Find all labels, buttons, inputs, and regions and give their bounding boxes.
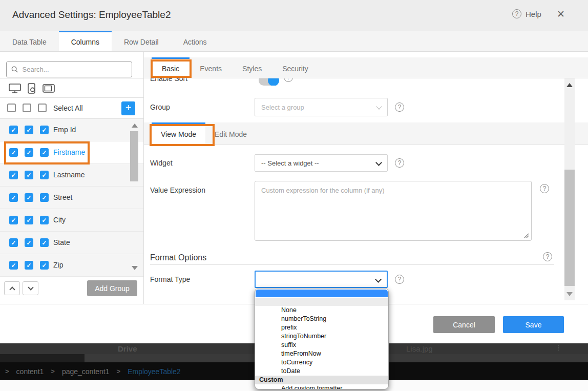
mobile-icon[interactable] <box>26 83 37 94</box>
dropdown-option-suffix[interactable]: suffix <box>255 341 388 349</box>
dropdown-option-todate[interactable]: toDate <box>255 367 388 376</box>
desktop-checkbox[interactable] <box>9 216 18 224</box>
search-input[interactable] <box>23 66 127 73</box>
tab-row-detail[interactable]: Row Detail <box>112 31 171 51</box>
dropdown-option-numbertostring[interactable]: numberToString <box>255 315 388 323</box>
desktop-checkbox[interactable] <box>9 193 18 202</box>
value-expression-label: Value Expression <box>150 186 205 194</box>
desktop-checkbox[interactable] <box>9 126 18 134</box>
dropdown-option-none[interactable]: None <box>255 306 388 315</box>
format-type-label: Format Type <box>150 275 190 283</box>
tablet-checkbox[interactable] <box>40 216 49 224</box>
toggle-knob <box>268 78 279 86</box>
move-column-down-button[interactable] <box>23 281 38 295</box>
cancel-button[interactable]: Cancel <box>433 316 495 333</box>
group-select[interactable]: Select a group <box>255 98 388 116</box>
tablet-checkbox[interactable] <box>40 261 49 270</box>
mobile-checkbox[interactable] <box>25 148 33 157</box>
column-row-zip[interactable]: Zip <box>0 254 143 277</box>
mobile-checkbox[interactable] <box>25 126 33 134</box>
column-row-lastname[interactable]: Lastname <box>0 164 143 187</box>
chevron-down-icon <box>376 104 382 109</box>
format-type-select[interactable] <box>255 271 388 288</box>
column-label: Firstname <box>53 148 85 156</box>
column-row-state[interactable]: State <box>0 232 143 254</box>
column-row-empid[interactable]: Emp Id <box>0 119 143 141</box>
tablet-checkbox[interactable] <box>40 126 49 134</box>
breadcrumb-item-page-content1[interactable]: page_content1 <box>62 367 110 376</box>
column-row-firstname[interactable]: Firstname <box>0 141 143 164</box>
settings-form: Enable Sort Group Select a group View Mo… <box>144 78 588 304</box>
columns-sidebar: Select All Emp Id Firstname Lastname <box>0 52 144 304</box>
tab-columns[interactable]: Columns <box>59 31 112 51</box>
tab-view-mode[interactable]: View Mode <box>152 122 205 145</box>
tab-data-table[interactable]: Data Table <box>0 31 59 51</box>
desktop-checkbox[interactable] <box>9 148 18 157</box>
scroll-up-icon[interactable] <box>566 83 573 87</box>
desktop-checkbox[interactable] <box>9 171 18 179</box>
column-row-city[interactable]: City <box>0 209 143 232</box>
tablet-checkbox[interactable] <box>40 171 49 179</box>
mobile-checkbox[interactable] <box>25 238 33 247</box>
help-icon <box>512 9 521 18</box>
select-all-tablet-checkbox[interactable] <box>38 104 47 112</box>
format-options-title: Format Options <box>150 253 206 262</box>
chevron-down-icon <box>375 159 382 166</box>
background-cell-drive: Drive <box>118 344 137 353</box>
dropdown-group-custom: Custom <box>255 376 388 384</box>
help-icon <box>284 78 293 82</box>
add-column-button[interactable] <box>121 101 135 115</box>
dropdown-option-prefix[interactable]: prefix <box>255 323 388 332</box>
chevron-up-icon <box>9 286 15 292</box>
select-all-desktop-checkbox[interactable] <box>7 104 16 112</box>
column-label: Zip <box>53 261 63 269</box>
help-label: Help <box>526 10 541 18</box>
list-scrollbar-thumb[interactable] <box>130 131 138 181</box>
tab-events[interactable]: Events <box>190 57 232 78</box>
tablet-icon[interactable] <box>42 83 55 94</box>
screen: Advanced Settings: EmployeeTable2 Help D… <box>0 0 588 391</box>
tab-edit-mode[interactable]: Edit Mode <box>205 122 256 145</box>
dropdown-option-timefromnow[interactable]: timeFromNow <box>255 349 388 358</box>
list-scroll-up-icon[interactable] <box>132 124 138 128</box>
add-group-button[interactable]: Add Group <box>87 280 137 296</box>
scroll-down-icon[interactable] <box>566 292 573 296</box>
mobile-checkbox[interactable] <box>25 171 33 179</box>
dropdown-selected-empty-option[interactable] <box>256 290 388 297</box>
tab-basic[interactable]: Basic <box>152 57 190 78</box>
help-icon <box>540 184 549 193</box>
breadcrumb-item-employeetable2[interactable]: EmployeeTable2 <box>128 367 181 376</box>
tablet-checkbox[interactable] <box>40 193 49 202</box>
help-button[interactable]: Help <box>512 9 541 18</box>
desktop-checkbox[interactable] <box>9 261 18 270</box>
save-button[interactable]: Save <box>503 316 564 333</box>
chevron-down-icon <box>28 284 33 290</box>
tab-security[interactable]: Security <box>272 57 319 78</box>
tab-styles[interactable]: Styles <box>232 57 272 78</box>
list-scroll-down-icon[interactable] <box>132 266 138 270</box>
select-all-mobile-checkbox[interactable] <box>23 104 31 112</box>
mobile-checkbox[interactable] <box>25 216 33 224</box>
value-expression-textarea[interactable] <box>255 181 532 241</box>
move-column-up-button[interactable] <box>4 281 20 295</box>
column-row-street[interactable]: Street <box>0 187 143 209</box>
desktop-icon[interactable] <box>8 83 22 94</box>
tablet-checkbox[interactable] <box>40 238 49 247</box>
dropdown-option-add-custom-formatter[interactable]: Add custom formatter <box>255 384 388 389</box>
breadcrumb-chevron-icon <box>5 367 9 375</box>
breadcrumb-chevron-icon <box>117 367 121 375</box>
breadcrumb-item-content1[interactable]: content1 <box>16 367 44 376</box>
enable-sort-toggle[interactable] <box>259 78 278 86</box>
tablet-checkbox[interactable] <box>40 148 49 157</box>
help-icon <box>395 102 404 112</box>
desktop-checkbox[interactable] <box>9 238 18 247</box>
dropdown-option-stringtonumber[interactable]: stringToNumber <box>255 332 388 341</box>
mobile-checkbox[interactable] <box>25 193 33 202</box>
dropdown-option-tocurrency[interactable]: toCurrency <box>255 358 388 367</box>
widget-select[interactable]: -- Select a widget -- <box>255 154 388 172</box>
close-icon[interactable] <box>555 8 567 20</box>
tab-actions[interactable]: Actions <box>171 31 219 51</box>
scrollbar-thumb[interactable] <box>564 170 575 286</box>
mobile-checkbox[interactable] <box>25 261 33 270</box>
help-icon <box>543 252 552 261</box>
